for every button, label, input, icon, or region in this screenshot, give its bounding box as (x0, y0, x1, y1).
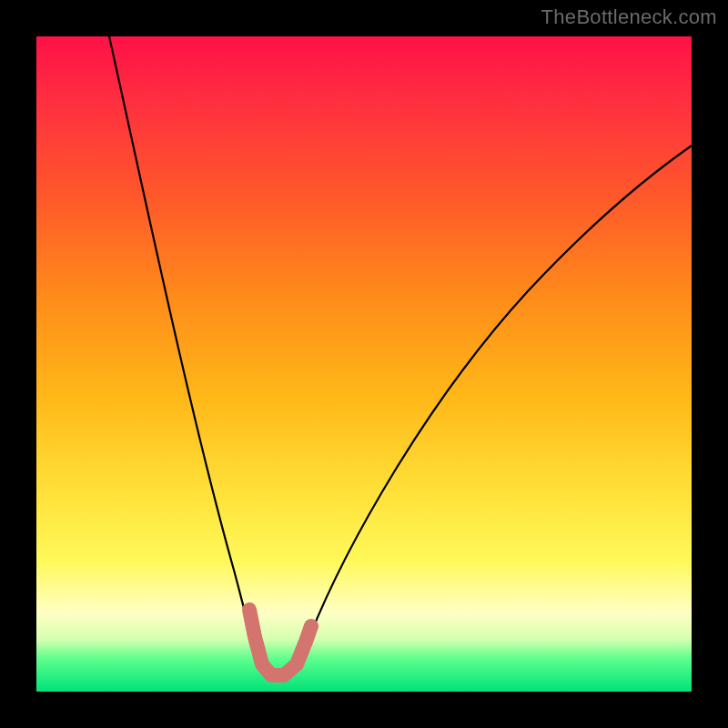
watermark-text: TheBottleneck.com (541, 5, 717, 29)
chart-frame: TheBottleneck.com (0, 0, 728, 728)
curve-right-branch (253, 146, 692, 675)
curve-left-branch (109, 36, 253, 642)
curve-layer (36, 36, 692, 692)
plot-area (36, 36, 692, 692)
optimal-range-marker (249, 610, 311, 675)
